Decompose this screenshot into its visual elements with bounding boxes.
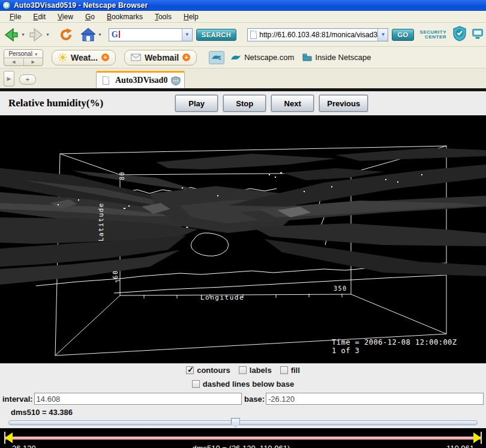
contour-fields: interval: base: <box>0 391 486 407</box>
slider-thumb[interactable] <box>231 418 240 428</box>
visad-3d-canvas[interactable]: Longitude Latitude 350 -60 80 Time = 200… <box>0 115 486 363</box>
weather-bookmark-button[interactable]: Weat... + <box>52 50 116 65</box>
add-netscape-button[interactable]: + <box>209 51 224 64</box>
contours-checkbox[interactable]: contours <box>186 366 230 375</box>
sidebar-toggle-button[interactable]: ▶ <box>4 71 14 86</box>
netscape-wave-icon <box>230 54 241 61</box>
base-field[interactable] <box>266 393 484 405</box>
checkbox-icon[interactable] <box>186 366 194 374</box>
home-dropdown[interactable]: ▼ <box>98 32 102 37</box>
menu-go[interactable]: Go <box>79 11 101 22</box>
url-input[interactable] <box>259 31 377 39</box>
stop-button[interactable]: Stop <box>223 95 266 112</box>
back-dropdown[interactable]: ▼ <box>21 32 25 37</box>
slider-track[interactable] <box>8 420 478 425</box>
svg-text:+: + <box>218 56 221 61</box>
window-title: Auto3DVisad0519 - Netscape Browser <box>14 1 148 10</box>
previous-button[interactable]: Previous <box>319 95 368 112</box>
webmail-button[interactable]: Webmail + <box>124 50 197 65</box>
select-range-widget[interactable]: 26.120 dms510 = (26.120, 110.961) 110.96… <box>0 428 486 448</box>
tab-shield-icon[interactable] <box>171 76 181 85</box>
range-min-label: 26.120 <box>12 444 36 448</box>
range-bar[interactable] <box>5 437 481 440</box>
personal-prev-icon[interactable]: ◄ <box>4 58 24 65</box>
reload-button[interactable] <box>58 25 74 44</box>
menu-help[interactable]: Help <box>178 11 205 22</box>
checkbox-icon[interactable] <box>280 366 288 374</box>
tick-80: 80 <box>119 171 125 180</box>
play-button[interactable]: Play <box>175 95 218 112</box>
menu-tools[interactable]: Tools <box>149 11 178 22</box>
search-engine-icon: G <box>112 30 118 40</box>
search-button[interactable]: SEARCH <box>196 29 236 41</box>
next-button[interactable]: Next <box>271 95 314 112</box>
checkbox-icon[interactable] <box>239 366 247 374</box>
tab-page-icon <box>103 76 109 85</box>
range-max-label: 110.961 <box>446 444 474 448</box>
multibar-icon[interactable] <box>472 26 484 43</box>
weather-badge-icon: + <box>101 53 109 61</box>
window-titlebar: N Auto3DVisad0519 - Netscape Browser <box>0 0 486 11</box>
personal-folder-widget[interactable]: Personal ▼ ◄► <box>4 49 43 66</box>
tick-minus60: -60 <box>112 270 119 283</box>
tick-350: 350 <box>334 285 347 292</box>
iso-level-row: dms510 = 43.386 <box>0 407 486 417</box>
personal-next-icon[interactable]: ► <box>24 58 43 65</box>
labels-checkbox[interactable]: labels <box>239 366 272 375</box>
reload-icon <box>58 27 74 43</box>
range-arrow-left-icon[interactable] <box>5 432 13 443</box>
fill-checkbox[interactable]: fill <box>280 366 300 375</box>
webmail-badge-icon: + <box>182 53 190 61</box>
menu-bookmarks[interactable]: Bookmarks <box>101 11 149 22</box>
url-dropdown-icon[interactable]: ▼ <box>377 29 388 41</box>
home-button[interactable] <box>79 25 97 44</box>
dashed-lines-checkbox[interactable]: dashed lines below base <box>192 380 294 389</box>
y-axis-label: Latitude <box>97 202 105 241</box>
weather-label: Weat... <box>71 53 98 62</box>
folder-icon <box>302 53 312 61</box>
menu-file[interactable]: File <box>4 11 27 22</box>
go-button[interactable]: GO <box>392 29 413 41</box>
home-icon <box>80 27 97 43</box>
interval-field[interactable] <box>34 393 242 405</box>
contour-controls: contours labels fill dashed lines below … <box>0 363 486 391</box>
security-shield-icon[interactable] <box>452 26 467 44</box>
new-tab-button[interactable]: + <box>19 74 36 85</box>
sun-icon <box>58 53 67 62</box>
menu-view[interactable]: View <box>52 11 79 22</box>
menu-bar: File Edit View Go Bookmarks Tools Help <box>0 11 486 23</box>
security-center-label[interactable]: SECURITY CENTER <box>420 30 446 40</box>
animation-controls: Play Stop Next Previous <box>175 95 368 112</box>
range-center-label: dms510 = (26.120, 110.961) <box>192 444 290 448</box>
iso-level-label: dms510 = 43.386 <box>11 408 73 417</box>
forward-dropdown[interactable]: ▼ <box>46 32 50 37</box>
forward-icon <box>28 27 44 43</box>
search-combobox[interactable]: G ▼ <box>109 28 193 41</box>
netscape-wave-icon: + <box>211 54 222 61</box>
checkbox-icon[interactable] <box>192 380 200 388</box>
menu-edit[interactable]: Edit <box>27 11 52 22</box>
iso-level-slider[interactable] <box>0 417 486 428</box>
envelope-icon <box>131 53 141 61</box>
chevron-down-icon: ▼ <box>34 52 38 56</box>
back-button[interactable] <box>2 25 20 44</box>
base-label: base: <box>244 395 265 404</box>
personal-label: Personal <box>8 50 32 57</box>
x-axis-label: Longitude <box>200 294 244 301</box>
inside-netscape-link[interactable]: Inside Netscape <box>302 53 371 62</box>
netscape-com-link[interactable]: Netscape.com <box>230 53 294 62</box>
range-arrow-right-icon[interactable] <box>473 432 481 443</box>
search-dropdown-icon[interactable]: ▼ <box>182 29 192 41</box>
netscape-logo-icon: N <box>2 1 11 10</box>
page-title: Relative humidity(%) <box>8 97 103 109</box>
applet-header: Relative humidity(%) Play Stop Next Prev… <box>0 91 486 115</box>
frame-counter: 1 of 3 <box>332 347 359 355</box>
tab-bar: ▶ + Auto3DVisad0519 <box>0 68 486 88</box>
webmail-label: Webmail <box>145 53 179 62</box>
url-combobox[interactable]: ▼ <box>247 28 388 41</box>
navigation-toolbar: ▼ ▼ ▼ G ▼ SEARCH ▼ GO SECURITY CENTER <box>0 23 486 47</box>
tab-title: Auto3DVisad0519 <box>115 76 167 85</box>
tab-active[interactable]: Auto3DVisad0519 <box>96 71 185 88</box>
forward-button[interactable] <box>27 25 45 44</box>
search-input[interactable] <box>119 31 182 39</box>
